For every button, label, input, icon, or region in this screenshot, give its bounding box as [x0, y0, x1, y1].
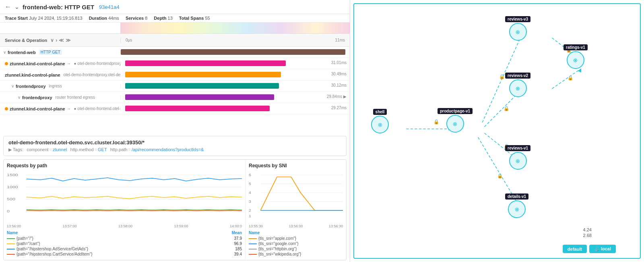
span-label: ztunnel.kind-control-plane otel-demo-fro… — [0, 73, 121, 77]
span-label: ∨ frontendproxy ingress — [0, 84, 121, 89]
svg-text:🔒: 🔒 — [568, 75, 574, 81]
page-title: frontend-web: HTTP GET — [23, 4, 94, 10]
chart-title: Requests by SNI — [249, 163, 343, 168]
table-row[interactable]: ztunnel.kind-control-plane otel-demo-fro… — [0, 69, 350, 81]
node-details-v1[interactable]: details-v1 ⎈ — [505, 193, 528, 218]
table-header: Service & Operation ∨ › ≪ ≫ 0μs 11ms — [0, 34, 350, 47]
span-timeline: 29.84ms ▶ — [121, 92, 350, 103]
path-chart-svg: 1500 1000 500 0 — [7, 171, 242, 223]
node-label: details-v1 — [505, 193, 528, 200]
nav-next-icon[interactable]: ≫ — [66, 37, 71, 43]
k8s-icon: ⎈ — [516, 84, 520, 93]
chart-legend: NameMean {path="/"} 37.9 {path="/cart"} … — [7, 230, 242, 257]
node-circle: ⎈ — [446, 115, 464, 133]
service-column-header: Service & Operation ∨ › ≪ ≫ — [0, 37, 121, 43]
k8s-icon: ⎈ — [453, 120, 457, 128]
k8s-icon: ⎈ — [515, 205, 519, 214]
svg-text:500: 500 — [7, 197, 15, 201]
nav-prev-icon[interactable]: ≪ — [59, 37, 64, 43]
node-shell[interactable]: shell ⎈ — [371, 109, 389, 133]
span-timeline: 31.01ms — [121, 58, 350, 69]
svg-text:1: 1 — [249, 214, 251, 218]
chart-area: 1500 1000 500 0 — [7, 171, 242, 223]
node-reviews-v3[interactable]: reviews-v3 ⎈ — [505, 16, 530, 41]
service-map-panel: 🔒 🔒 🔒 🔒 🔒 🔒 🔒 shell ⎈ productpage-v1 ⎈ — [353, 3, 641, 259]
table-row[interactable]: ∨ frontendproxy router frontend egress 2… — [0, 92, 350, 103]
svg-text:🔒: 🔒 — [497, 173, 503, 179]
svg-marker-32 — [578, 69, 581, 73]
table-row[interactable]: ztunnel.kind-control-plane → ● otel-demo… — [0, 103, 350, 114]
k8s-icon: ⎈ — [516, 157, 520, 165]
node-label: reviews-v2 — [505, 73, 530, 79]
svg-text:3: 3 — [249, 200, 251, 204]
node-circle: ⎈ — [508, 200, 526, 218]
table-row[interactable]: ∨ frontendproxy ingress 30.12ms — [0, 81, 350, 92]
nav-right-icon[interactable]: › — [56, 37, 57, 43]
table-row[interactable]: ztunnel.kind-control-plane → ● otel-demo… — [0, 58, 350, 69]
arrow-icon: → — [67, 61, 71, 66]
svg-line-31 — [552, 70, 580, 89]
span-label: ∨ frontendproxy router frontend egress — [0, 95, 121, 100]
timeline-gradient-bar — [0, 23, 350, 34]
node-circle: ⎈ — [371, 116, 389, 133]
span-timeline: 29.27ms — [121, 103, 350, 114]
service-map-svg: 🔒 🔒 🔒 🔒 🔒 🔒 🔒 — [354, 4, 640, 258]
nav-down-icon[interactable]: ∨ — [50, 37, 54, 43]
span-label: ztunnel.kind-control-plane → ● otel-demo… — [0, 61, 121, 66]
node-circle: ⎈ — [567, 51, 584, 69]
bottom-values: 4.24 2.68 — [583, 227, 592, 238]
svg-text:6: 6 — [249, 173, 251, 177]
default-button[interactable]: default — [563, 245, 587, 253]
chart-requests-by-sni: Requests by SNI 6 5 4 3 2 1 — [246, 160, 346, 260]
back-button[interactable]: ← — [5, 3, 11, 10]
chart-requests-by-path: Requests by path 1500 1000 500 0 — [4, 160, 246, 260]
map-bottom-buttons: default ⚓ local — [563, 245, 616, 253]
svg-text:🔒: 🔒 — [499, 74, 505, 79]
node-circle: ⎈ — [509, 79, 527, 97]
k8s-icon: ⎈ — [573, 56, 578, 64]
svg-text:4: 4 — [249, 191, 251, 195]
status-dot — [5, 107, 8, 110]
table-row[interactable]: ∨ frontend-web HTTP GET — [0, 47, 350, 58]
charts-panel: Requests by path 1500 1000 500 0 — [3, 159, 347, 260]
svg-text:5: 5 — [249, 182, 251, 186]
arrow-icon: → — [67, 106, 71, 111]
chart-title: Requests by path — [7, 163, 242, 168]
span-timeline: 30.49ms — [121, 69, 350, 80]
node-label: productpage-v1 — [438, 108, 473, 114]
trace-id: 93e41a4 — [99, 4, 120, 10]
expand-toggle[interactable]: ∨ — [11, 84, 14, 88]
node-label: shell — [373, 109, 387, 115]
chart-area: 6 5 4 3 2 1 — [249, 171, 343, 223]
node-reviews-v1[interactable]: reviews-v1 ⎈ — [505, 145, 530, 170]
node-ratings-v1[interactable]: ratings-v1 ⎈ — [564, 44, 588, 69]
node-circle: ⎈ — [509, 152, 527, 170]
chart-legend: Name {tls_sni="apple.com"} {tls_sni="goo… — [249, 230, 343, 257]
expand-toggle[interactable]: ∨ — [18, 95, 21, 100]
collapse-button[interactable]: ⌄ — [14, 4, 19, 10]
span-timeline: 30.12ms — [121, 81, 350, 91]
local-button[interactable]: ⚓ local — [589, 245, 616, 253]
sni-chart-svg: 6 5 4 3 2 1 — [249, 171, 343, 223]
svg-text:1500: 1500 — [7, 173, 18, 177]
node-reviews-v2[interactable]: reviews-v2 ⎈ — [505, 73, 530, 97]
span-label: ∨ frontend-web HTTP GET — [0, 50, 121, 55]
tooltip-url: otel-demo-frontend.otel-demo.svc.cluster… — [8, 139, 341, 146]
svg-text:🔒: 🔒 — [504, 106, 510, 111]
node-productpage-v1[interactable]: productpage-v1 ⎈ — [438, 108, 473, 133]
expand-toggle[interactable]: ∨ — [3, 50, 6, 54]
node-circle: ⎈ — [509, 23, 527, 41]
service-map: 🔒 🔒 🔒 🔒 🔒 🔒 🔒 shell ⎈ productpage-v1 ⎈ — [354, 4, 640, 258]
chart-x-labels: 13:56:00 13:57:00 13:58:00 13:59:00 14:0… — [7, 224, 242, 228]
tooltip-tags: ▶ Tags: component = ztunnel http.method … — [8, 147, 341, 152]
svg-text:2: 2 — [249, 208, 251, 212]
node-label: reviews-v3 — [505, 16, 530, 22]
trace-header: ← ⌄ frontend-web: HTTP GET 93e41a4 — [0, 0, 350, 14]
k8s-icon: ⎈ — [516, 28, 520, 36]
trace-meta: Trace Start July 24 2024, 15:19:16.813 D… — [0, 14, 350, 23]
svg-text:1000: 1000 — [7, 185, 18, 189]
spans-container[interactable]: ∨ frontend-web HTTP GET ztunnel.kind-con… — [0, 47, 350, 134]
svg-text:0: 0 — [7, 209, 10, 213]
span-timeline — [121, 47, 350, 58]
span-tooltip: otel-demo-frontend.otel-demo.svc.cluster… — [3, 136, 347, 156]
